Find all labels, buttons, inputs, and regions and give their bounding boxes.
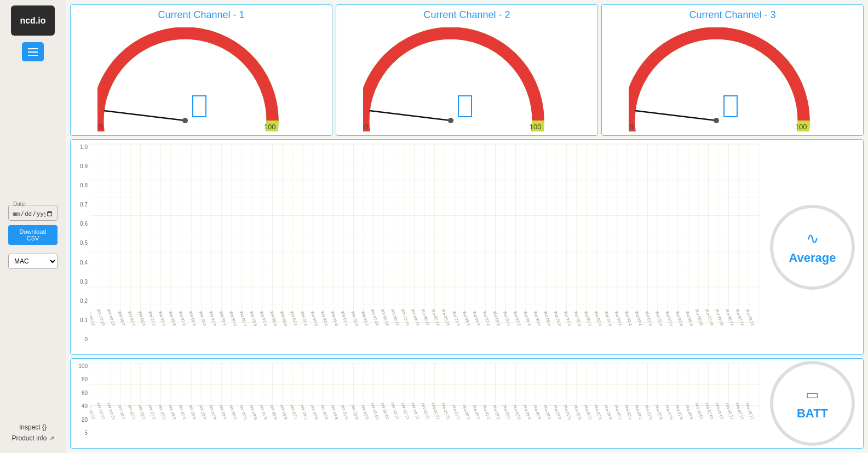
chart-bottom: 100806040205 ▭ BATT bbox=[70, 358, 864, 449]
gauge-canvas-1 bbox=[71, 23, 332, 135]
batt-circle: ▭ BATT bbox=[770, 361, 855, 446]
download-csv-button[interactable]: Download CSV bbox=[8, 225, 58, 245]
gauge-card-3: Current Channel - 3 bbox=[601, 4, 864, 136]
battery-icon: ▭ bbox=[806, 386, 819, 403]
gauge-canvas-2 bbox=[336, 23, 597, 135]
gauge-1-canvas bbox=[97, 27, 306, 131]
main-content: Current Channel - 1 Current Channel - 2 … bbox=[66, 0, 868, 453]
mac-select[interactable]: MAC bbox=[8, 254, 58, 269]
mac-control: MAC bbox=[8, 254, 58, 269]
chart-middle-canvas bbox=[90, 140, 762, 354]
menu-button[interactable] bbox=[22, 42, 44, 61]
external-link-icon: ↗ bbox=[49, 435, 54, 442]
y-axis-middle: 1.00.90.80.70.60.50.40.30.20.10 bbox=[71, 140, 90, 354]
gauge-3-canvas bbox=[629, 27, 837, 131]
gauge-2-canvas bbox=[363, 27, 571, 131]
logo: ncd.io bbox=[11, 5, 55, 36]
date-input[interactable] bbox=[12, 208, 54, 218]
product-info-link[interactable]: Product info ↗ bbox=[12, 434, 54, 442]
hamburger-icon bbox=[28, 48, 38, 56]
average-widget: ∿ Average bbox=[762, 140, 863, 354]
gauge-card-2: Current Channel - 2 bbox=[336, 4, 598, 136]
logo-text: ncd.io bbox=[20, 16, 45, 26]
sidebar: ncd.io Date: Download CSV MAC Inspect {}… bbox=[0, 0, 66, 453]
chart-bottom-canvas bbox=[90, 359, 762, 448]
inspect-link[interactable]: Inspect {} bbox=[19, 423, 47, 431]
gauge-title-2: Current Channel - 2 bbox=[423, 5, 510, 23]
chart-middle: 1.00.90.80.70.60.50.40.30.20.10 ∿ Averag… bbox=[70, 139, 864, 355]
batt-label: BATT bbox=[797, 406, 828, 421]
date-label: Date: bbox=[12, 201, 27, 207]
batt-widget: ▭ BATT bbox=[762, 359, 863, 448]
average-label: Average bbox=[789, 251, 836, 265]
date-control: Date: bbox=[8, 205, 58, 221]
gauge-card-1: Current Channel - 1 bbox=[70, 4, 332, 136]
average-circle: ∿ Average bbox=[770, 205, 855, 290]
wave-icon: ∿ bbox=[806, 230, 819, 248]
inspect-label: Inspect {} bbox=[19, 423, 47, 431]
gauge-canvas-3 bbox=[602, 23, 863, 135]
product-label: Product info bbox=[12, 434, 47, 442]
gauge-title-3: Current Channel - 3 bbox=[689, 5, 775, 23]
gauge-title-1: Current Channel - 1 bbox=[158, 5, 244, 23]
gauge-row: Current Channel - 1 Current Channel - 2 … bbox=[70, 4, 864, 136]
y-axis-bottom: 100806040205 bbox=[71, 359, 90, 448]
sidebar-bottom: Inspect {} Product info ↗ bbox=[0, 423, 66, 448]
